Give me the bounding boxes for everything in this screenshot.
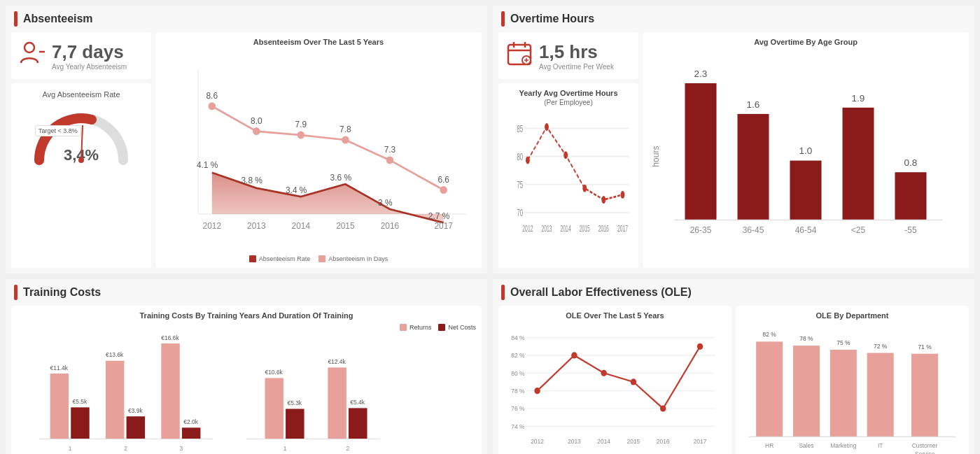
svg-text:hours: hours: [651, 146, 661, 166]
training-chart-card: Training Costs By Training Years And Dur…: [11, 306, 482, 454]
absenteeism-kpi-label: Avg Yearly Absenteeism: [52, 63, 127, 71]
svg-text:70: 70: [517, 207, 524, 218]
svg-text:3 %: 3 %: [378, 197, 393, 207]
svg-rect-75: [50, 374, 69, 439]
svg-rect-60: [738, 114, 769, 220]
yearly-overtime-title: Yearly Avg Overtime Hours: [504, 89, 633, 97]
svg-text:HR: HR: [765, 442, 774, 449]
svg-text:85: 85: [517, 122, 524, 134]
svg-text:1: 1: [284, 445, 287, 452]
svg-point-48: [564, 151, 568, 159]
svg-text:78 %: 78 %: [799, 335, 813, 342]
overtime-kpi-value: 1,5 hrs: [539, 41, 614, 63]
svg-text:80 %: 80 %: [511, 369, 524, 376]
svg-point-121: [697, 343, 703, 350]
svg-point-47: [545, 123, 549, 131]
svg-rect-86: [182, 427, 200, 439]
absenteeism-title: Absenteeism: [23, 13, 93, 25]
ole-line-area: 84 % 82 % 80 % 78 % 76 % 74 %: [504, 324, 726, 454]
svg-text:€13.6k: €13.6k: [106, 351, 124, 358]
ole-bar-area: 82 % 78 % 75 % 72 % 71 % HR Sales Market…: [741, 324, 963, 454]
svg-text:26-35: 26-35: [690, 225, 712, 235]
svg-text:4.1 %: 4.1 %: [197, 160, 218, 170]
svg-text:2.3: 2.3: [694, 69, 708, 79]
yearly-overtime-area: 85 80 75 70: [504, 109, 633, 262]
svg-text:3.8 %: 3.8 %: [241, 176, 262, 185]
svg-text:3: 3: [180, 445, 183, 452]
training-chart-area: €11.4k €5.5k 1 €13.6k €3.9k 2 €16.6k €: [17, 334, 476, 454]
svg-rect-62: [843, 108, 874, 220]
svg-text:2013: 2013: [541, 224, 552, 234]
svg-rect-132: [911, 354, 938, 437]
svg-text:€5.3k: €5.3k: [287, 399, 302, 406]
svg-text:2012: 2012: [531, 437, 544, 444]
absenteeism-header: Absenteeism: [6, 6, 487, 32]
legend-net-label: Net Costs: [448, 324, 476, 331]
svg-text:2017: 2017: [694, 437, 707, 444]
svg-rect-80: [106, 361, 124, 439]
svg-rect-128: [756, 341, 783, 437]
svg-text:8.0: 8.0: [251, 115, 262, 125]
ole-header: Overall Labor Effectiveness (OLE): [493, 279, 974, 306]
overtime-left: 1,5 hrs Avg Overtime Per Week Yearly Avg…: [498, 32, 638, 268]
svg-text:<25: <25: [851, 225, 866, 235]
svg-point-0: [24, 43, 34, 52]
svg-text:2: 2: [346, 445, 350, 452]
svg-text:2015: 2015: [627, 437, 640, 444]
svg-text:2016: 2016: [381, 220, 400, 230]
person-minus-icon: [20, 41, 45, 71]
svg-rect-85: [161, 343, 179, 439]
legend-rate-dot: [249, 255, 256, 262]
overtime-title: Overtime Hours: [510, 13, 594, 25]
svg-point-15: [298, 132, 305, 139]
legend-days-label: Absenteeism In Days: [328, 255, 388, 262]
svg-rect-129: [793, 346, 820, 437]
ole-title: Overall Labor Effectiveness (OLE): [510, 286, 692, 299]
svg-text:71 %: 71 %: [918, 343, 931, 350]
absenteeism-section: Absenteeism 7,7 days Avg Yearly Absente: [6, 6, 487, 274]
overtime-section: Overtime Hours: [493, 6, 974, 274]
svg-text:Sales: Sales: [799, 442, 814, 449]
training-content: Training Costs By Training Years And Dur…: [6, 306, 487, 454]
absenteeism-chart-area: 4.1 % 3.8 % 3.4 % 3.6 % 3 % 2.7 %: [161, 50, 476, 253]
absenteeism-kpi-card: 7,7 days Avg Yearly Absenteeism: [11, 32, 151, 79]
overtime-bar-area: hours 2.3 1.6 1.0 1.9 0: [648, 50, 963, 262]
ole-line-card: OLE Over The Last 5 Years 84 % 82 % 80 %…: [498, 306, 732, 454]
svg-text:78 %: 78 %: [511, 388, 524, 395]
svg-text:€5.4k: €5.4k: [350, 399, 365, 406]
svg-text:84 %: 84 %: [511, 334, 524, 341]
svg-text:6.6: 6.6: [438, 174, 449, 184]
svg-text:74 %: 74 %: [511, 423, 524, 430]
svg-text:2014: 2014: [292, 220, 311, 230]
legend-net-dot: [438, 324, 445, 331]
svg-text:€11.4k: €11.4k: [50, 364, 69, 371]
svg-point-120: [660, 405, 666, 411]
svg-text:2016: 2016: [598, 224, 609, 234]
svg-text:2017: 2017: [617, 224, 628, 234]
svg-text:7.9: 7.9: [295, 120, 307, 129]
svg-text:1.9: 1.9: [852, 93, 865, 104]
overtime-header: Overtime Hours: [493, 6, 974, 32]
svg-text:2013: 2013: [568, 437, 581, 444]
absenteeism-legend: Absenteeism Rate Absenteeism In Days: [161, 255, 476, 262]
svg-point-16: [342, 136, 349, 143]
training-title: Training Costs: [23, 286, 101, 299]
legend-returns-label: Returns: [410, 324, 432, 331]
svg-text:2014: 2014: [597, 437, 610, 444]
svg-text:2016: 2016: [657, 437, 670, 444]
svg-text:72 %: 72 %: [874, 342, 887, 349]
svg-point-49: [582, 185, 587, 192]
svg-text:82 %: 82 %: [763, 331, 776, 338]
training-header: Training Costs: [6, 279, 487, 306]
absenteeism-rate-card: Avg Absenteeism Rate Target < 3.8%: [11, 83, 151, 268]
svg-rect-81: [127, 416, 145, 439]
legend-returns: Returns: [400, 324, 432, 331]
ole-bar-card: OLE By Department 82 % 78: [736, 306, 969, 454]
legend-rate-label: Absenteeism Rate: [259, 255, 311, 262]
training-chart-title: Training Costs By Training Years And Dur…: [17, 311, 476, 320]
absenteeism-chart-title: Absenteeism Over The Last 5 Years: [161, 38, 476, 46]
absenteeism-kpi-value: 7,7 days: [52, 41, 127, 63]
svg-point-117: [571, 352, 577, 358]
svg-text:Marketing: Marketing: [830, 442, 856, 449]
svg-point-46: [526, 157, 530, 164]
